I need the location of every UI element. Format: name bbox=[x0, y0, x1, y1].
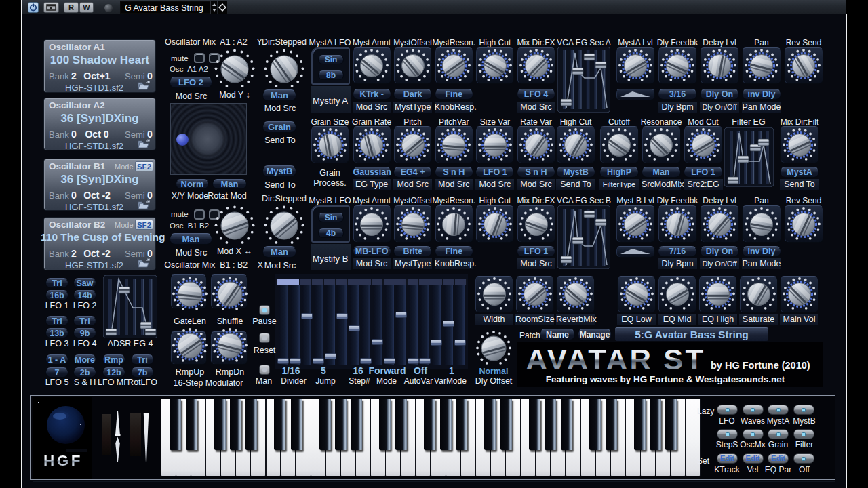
svg-text:AVATAR ST: AVATAR ST bbox=[526, 344, 705, 375]
